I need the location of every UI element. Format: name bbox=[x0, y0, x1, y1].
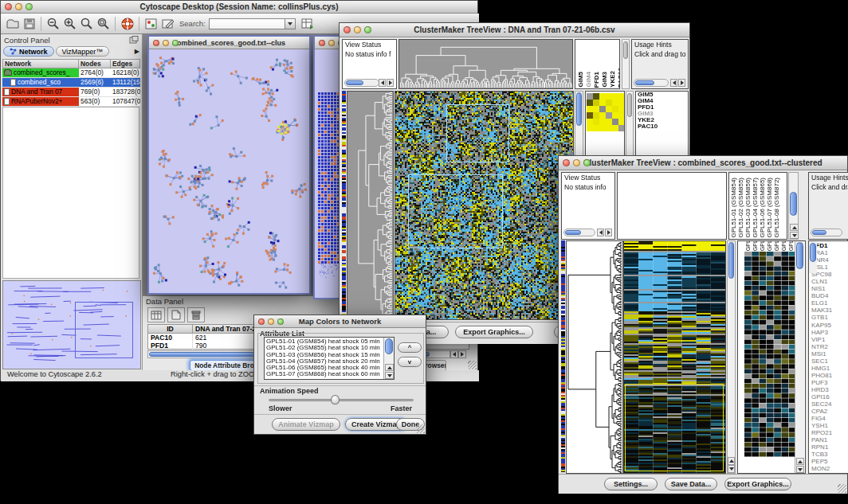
zoom-heatmap-canvas[interactable] bbox=[744, 252, 796, 457]
network-tree-area[interactable] bbox=[2, 107, 139, 279]
tv2-column-labels[interactable]: GPL51-01 (GSM854)GPL51-02 (GSM855)GPL51-… bbox=[728, 172, 787, 240]
gene-label[interactable]: FIG4 bbox=[811, 415, 848, 422]
tv1-gene-tree-panel[interactable] bbox=[347, 91, 394, 320]
gene-label[interactable]: MSI1 bbox=[811, 350, 848, 357]
gene-label[interactable]: PUF3 bbox=[811, 379, 848, 386]
matrix-cell[interactable] bbox=[612, 93, 618, 100]
new-attribute-icon[interactable] bbox=[167, 307, 185, 322]
export-graphics-button[interactable]: Export Graphics... bbox=[724, 478, 791, 490]
zoom-button[interactable] bbox=[277, 318, 284, 325]
resize-grip[interactable] bbox=[468, 361, 477, 369]
gene-label[interactable]: SEC1 bbox=[811, 357, 848, 365]
matrix-cell[interactable] bbox=[587, 106, 593, 112]
matrix-cell[interactable] bbox=[599, 106, 606, 112]
treeview2-titlebar[interactable]: ClusterMaker TreeView : combined_scores_… bbox=[559, 156, 847, 170]
gene-label[interactable]: KAP95 bbox=[811, 322, 848, 329]
zoom-button[interactable] bbox=[364, 26, 371, 33]
zoom-in-icon[interactable] bbox=[61, 16, 78, 32]
tv2-zoom-panel[interactable]: GPL51-01 (GSM854)GPL51-02 (GSM855)GPL51-… bbox=[737, 240, 806, 474]
matrix-cell[interactable] bbox=[599, 112, 606, 119]
gene-label[interactable]: RPN1 bbox=[811, 443, 848, 451]
column-label[interactable]: GPL51-03 (GSM856) bbox=[744, 178, 752, 238]
column-label[interactable]: GPL51-01 (GSM854) bbox=[744, 241, 752, 251]
column-label[interactable]: GPL51-06 (GSM865) bbox=[759, 178, 766, 238]
scroll-right-button[interactable] bbox=[458, 350, 466, 358]
column-label[interactable]: GPL51-02 (GSM855) bbox=[737, 178, 744, 238]
scroll-down-button[interactable] bbox=[796, 466, 804, 473]
matrix-cell[interactable] bbox=[599, 100, 606, 106]
tv2-collabel-scroll[interactable] bbox=[788, 172, 799, 240]
tv2-gene-labels-panel[interactable]: PFD1YRA1RNR4MSL1SPC98CLN1NIS1BUD4ELG1MAK… bbox=[808, 240, 848, 474]
matrix-cell[interactable] bbox=[606, 100, 612, 106]
gene-label[interactable]: YSH1 bbox=[811, 422, 848, 429]
matrix-cell[interactable] bbox=[599, 125, 606, 131]
scroll-down-button[interactable] bbox=[385, 372, 394, 379]
network-overview-panel[interactable] bbox=[2, 280, 141, 369]
minimize-button[interactable] bbox=[328, 40, 335, 46]
scroll-up-button[interactable] bbox=[385, 364, 394, 371]
float-panel-icon[interactable] bbox=[129, 36, 139, 44]
scroll-up-button[interactable] bbox=[728, 457, 735, 465]
column-label[interactable]: GPL51-06 (GSM865) bbox=[773, 241, 780, 251]
network-table-row[interactable]: RNAPuberNov2+563(0)107847(0) bbox=[2, 97, 140, 107]
tv2-array-tree-panel[interactable] bbox=[617, 172, 727, 240]
gene-label[interactable]: NTR2 bbox=[811, 343, 848, 350]
matrix-cell[interactable] bbox=[587, 119, 593, 125]
tv1-column-labels[interactable]: GIM5GIM4PFD1GIM3YKE2PAC10 bbox=[575, 39, 620, 89]
matrix-cell[interactable] bbox=[618, 100, 625, 106]
scroll-right-button[interactable] bbox=[605, 229, 612, 236]
global-heatmap-canvas[interactable] bbox=[624, 241, 725, 473]
column-label[interactable]: GIM4 bbox=[585, 72, 592, 88]
matrix-cell[interactable] bbox=[612, 106, 618, 112]
tv1-selection-strip[interactable] bbox=[342, 91, 346, 318]
matrix-cell[interactable] bbox=[606, 106, 612, 112]
scroll-left-button[interactable] bbox=[670, 79, 677, 87]
gene-label[interactable]: HAP3 bbox=[811, 329, 848, 336]
delete-attribute-icon[interactable] bbox=[187, 307, 205, 322]
matrix-cell[interactable] bbox=[587, 100, 593, 106]
tv1-status-scroll[interactable] bbox=[344, 79, 379, 87]
help-lifesaver-icon[interactable] bbox=[119, 16, 135, 32]
speed-slider-thumb[interactable] bbox=[331, 395, 340, 404]
tv2-heatmap-vscroll[interactable] bbox=[727, 240, 736, 474]
scroll-up-button[interactable] bbox=[796, 458, 804, 465]
gene-label[interactable]: BUD4 bbox=[811, 292, 848, 299]
matrix-cell[interactable] bbox=[587, 93, 593, 100]
zoom-fit-icon[interactable] bbox=[78, 16, 95, 32]
import-table-icon[interactable] bbox=[300, 16, 316, 32]
minimize-button[interactable] bbox=[268, 318, 274, 325]
resize-grip[interactable] bbox=[416, 424, 425, 433]
column-label[interactable]: GPL51-02 (GSM855) bbox=[752, 241, 759, 251]
minimize-button[interactable] bbox=[15, 3, 22, 10]
column-label[interactable]: GPL51-04 (GSM857) bbox=[766, 241, 773, 251]
close-button[interactable] bbox=[153, 40, 159, 46]
matrix-cell[interactable] bbox=[606, 125, 612, 131]
gene-label[interactable]: PHO81 bbox=[811, 372, 848, 379]
gene-label[interactable]: SEC24 bbox=[811, 400, 848, 408]
column-label[interactable]: GPL51-08 (GSM872) bbox=[773, 178, 780, 238]
network-overview-canvas[interactable] bbox=[3, 281, 140, 369]
tv2-selection-strip[interactable] bbox=[561, 240, 565, 472]
network-table-header[interactable]: Network Nodes Edges bbox=[2, 59, 140, 68]
gene-label[interactable]: MON2 bbox=[811, 465, 848, 472]
gene-label[interactable]: HRD3 bbox=[811, 386, 848, 393]
column-label[interactable]: PFD1 bbox=[593, 72, 600, 88]
network-table-row[interactable]: DNA and Tran 07769(0)183728(0) bbox=[2, 88, 140, 97]
matrix-cell[interactable] bbox=[599, 119, 606, 125]
matrix-cell[interactable] bbox=[587, 112, 593, 119]
column-label[interactable]: PAC10 bbox=[617, 68, 620, 88]
close-button[interactable] bbox=[344, 26, 351, 33]
main-titlebar[interactable]: Cytoscape Desktop (Session Name: collins… bbox=[1, 1, 477, 14]
tv1-array-tree-panel[interactable] bbox=[398, 39, 573, 89]
scroll-down-button[interactable] bbox=[728, 465, 735, 473]
gene-dendrogram-canvas[interactable] bbox=[567, 241, 622, 473]
speed-slider-track[interactable] bbox=[269, 399, 414, 401]
matrix-cell[interactable] bbox=[612, 125, 618, 131]
gene-label[interactable]: CLN1 bbox=[811, 278, 848, 285]
gene-label[interactable]: GPI16 bbox=[811, 393, 848, 400]
gene-label[interactable]: VIP1 bbox=[811, 336, 848, 343]
save-icon[interactable] bbox=[21, 16, 37, 32]
matrix-cell[interactable] bbox=[593, 106, 599, 112]
annotation-icon[interactable] bbox=[159, 16, 176, 32]
global-heatmap-canvas[interactable] bbox=[395, 92, 573, 319]
